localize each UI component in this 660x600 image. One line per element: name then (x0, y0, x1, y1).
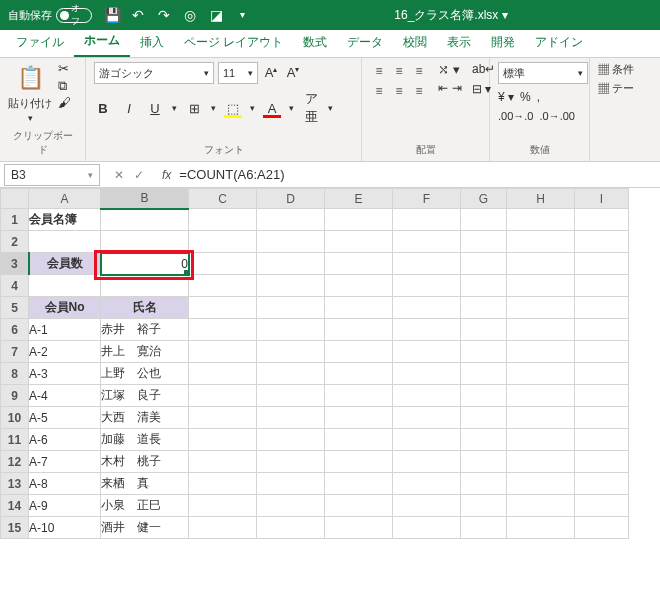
increase-decimal-icon[interactable]: .00→.0 (498, 110, 533, 122)
cell[interactable]: A-9 (29, 495, 101, 517)
orientation-icon[interactable]: ⤭ ▾ (438, 62, 462, 77)
phonetic-icon[interactable]: ア亜 (302, 90, 320, 126)
row-header[interactable]: 11 (1, 429, 29, 451)
save-icon[interactable]: 💾 (104, 7, 120, 23)
col-header-E[interactable]: E (325, 189, 393, 209)
cell[interactable]: A-8 (29, 473, 101, 495)
col-header-I[interactable]: I (575, 189, 629, 209)
col-header-A[interactable]: A (29, 189, 101, 209)
row-header[interactable]: 12 (1, 451, 29, 473)
align-center-icon[interactable]: ≡ (390, 82, 408, 100)
row-header[interactable]: 8 (1, 363, 29, 385)
cell[interactable]: A-5 (29, 407, 101, 429)
cell[interactable]: A-7 (29, 451, 101, 473)
col-header-B[interactable]: B (101, 189, 189, 209)
cell[interactable]: A-4 (29, 385, 101, 407)
row-header[interactable]: 7 (1, 341, 29, 363)
cut-icon[interactable]: ✂ (58, 62, 71, 75)
italic-button[interactable]: I (120, 101, 138, 116)
tab-pagelayout[interactable]: ページ レイアウト (174, 28, 293, 57)
increase-indent-icon[interactable]: ⇥ (452, 81, 462, 95)
border-icon[interactable]: ⊞ (185, 101, 203, 116)
select-all-corner[interactable] (1, 189, 29, 209)
cell[interactable]: 氏名 (101, 297, 189, 319)
cell[interactable]: A-3 (29, 363, 101, 385)
redo-icon[interactable]: ↷ (156, 7, 172, 23)
align-bottom-icon[interactable]: ≡ (410, 62, 428, 80)
font-name-select[interactable]: 游ゴシック▾ (94, 62, 214, 84)
underline-button[interactable]: U (146, 101, 164, 116)
row-header[interactable]: 4 (1, 275, 29, 297)
toggle-switch[interactable]: オフ (56, 8, 92, 23)
eraser-icon[interactable]: ◪ (208, 7, 224, 23)
tab-data[interactable]: データ (337, 28, 393, 57)
bold-button[interactable]: B (94, 101, 112, 116)
row-header[interactable]: 9 (1, 385, 29, 407)
undo-icon[interactable]: ↶ (130, 7, 146, 23)
percent-icon[interactable]: % (520, 90, 531, 104)
cell[interactable]: 小泉 正巳 (101, 495, 189, 517)
cell[interactable]: 会員名簿 (29, 209, 101, 231)
col-header-G[interactable]: G (461, 189, 507, 209)
col-header-C[interactable]: C (189, 189, 257, 209)
row-header[interactable]: 1 (1, 209, 29, 231)
row-header[interactable]: 10 (1, 407, 29, 429)
tab-addin[interactable]: アドイン (525, 28, 593, 57)
alignment-grid[interactable]: ≡≡≡ ≡≡≡ (370, 62, 428, 100)
align-middle-icon[interactable]: ≡ (390, 62, 408, 80)
font-color-icon[interactable]: A (263, 101, 281, 116)
tab-home[interactable]: ホーム (74, 26, 130, 57)
row-header[interactable]: 2 (1, 231, 29, 253)
font-size-select[interactable]: 11▾ (218, 62, 258, 84)
tab-review[interactable]: 校閲 (393, 28, 437, 57)
align-left-icon[interactable]: ≡ (370, 82, 388, 100)
fill-color-icon[interactable]: ⬚ (224, 101, 242, 116)
table-format-button[interactable]: ▦ テー (598, 81, 634, 96)
col-header-F[interactable]: F (393, 189, 461, 209)
decrease-indent-icon[interactable]: ⇤ (438, 81, 448, 95)
active-cell[interactable]: 0 (101, 253, 189, 275)
align-right-icon[interactable]: ≡ (410, 82, 428, 100)
cell[interactable]: 来栖 真 (101, 473, 189, 495)
cell[interactable] (101, 209, 189, 231)
currency-icon[interactable]: ¥ ▾ (498, 90, 514, 104)
formula-input[interactable]: =COUNT(A6:A21) (179, 167, 284, 182)
comma-icon[interactable]: , (537, 90, 540, 104)
file-name[interactable]: 16_クラス名簿.xlsx ▾ (250, 7, 652, 24)
cell[interactable]: A-2 (29, 341, 101, 363)
cell[interactable]: 会員数 (29, 253, 101, 275)
cell[interactable]: 木村 桃子 (101, 451, 189, 473)
align-top-icon[interactable]: ≡ (370, 62, 388, 80)
row-header[interactable]: 6 (1, 319, 29, 341)
row-header[interactable]: 14 (1, 495, 29, 517)
fx-icon[interactable]: fx (162, 168, 171, 182)
enter-icon[interactable]: ✓ (134, 168, 144, 182)
tab-insert[interactable]: 挿入 (130, 28, 174, 57)
cell[interactable]: 上野 公也 (101, 363, 189, 385)
tab-developer[interactable]: 開発 (481, 28, 525, 57)
cell[interactable]: 加藤 道長 (101, 429, 189, 451)
format-painter-icon[interactable]: 🖌 (58, 96, 71, 109)
col-header-D[interactable]: D (257, 189, 325, 209)
worksheet[interactable]: A B C D E F G H I 1会員名簿 2 3会員数0 4 5会員No氏… (0, 188, 660, 539)
cell[interactable]: 赤井 裕子 (101, 319, 189, 341)
decrease-font-icon[interactable]: A▾ (284, 65, 302, 80)
cell[interactable]: 江塚 良子 (101, 385, 189, 407)
copy-icon[interactable]: ⧉ (58, 79, 71, 92)
number-format-select[interactable]: 標準▾ (498, 62, 588, 84)
cancel-icon[interactable]: ✕ (114, 168, 124, 182)
cell[interactable]: A-10 (29, 517, 101, 539)
tab-view[interactable]: 表示 (437, 28, 481, 57)
paste-button[interactable]: 📋 貼り付け ▾ (8, 62, 52, 123)
qat-dropdown-icon[interactable]: ▾ (234, 7, 250, 23)
row-header[interactable]: 3 (1, 253, 29, 275)
row-header[interactable]: 5 (1, 297, 29, 319)
tab-file[interactable]: ファイル (6, 28, 74, 57)
decrease-decimal-icon[interactable]: .0→.00 (539, 110, 574, 122)
tab-formulas[interactable]: 数式 (293, 28, 337, 57)
camera-icon[interactable]: ◎ (182, 7, 198, 23)
row-header[interactable]: 13 (1, 473, 29, 495)
cell[interactable]: 井上 寛治 (101, 341, 189, 363)
col-header-H[interactable]: H (507, 189, 575, 209)
cell[interactable]: A-1 (29, 319, 101, 341)
